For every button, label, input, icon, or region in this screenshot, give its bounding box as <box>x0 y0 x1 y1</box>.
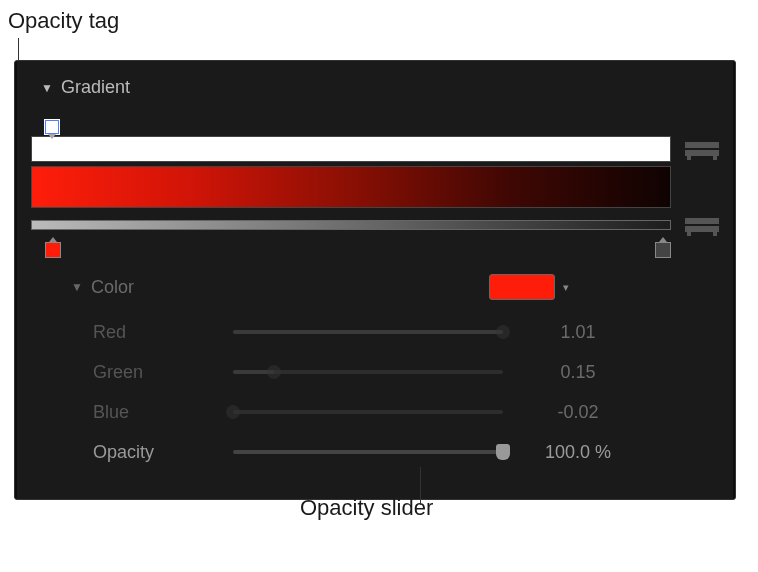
opacity-value[interactable]: 100.0 % <box>503 442 653 463</box>
disclosure-triangle-icon[interactable]: ▼ <box>71 280 83 294</box>
opacity-slider[interactable] <box>233 442 503 462</box>
green-value[interactable]: 0.15 <box>503 362 653 383</box>
annotation-opacity-tag: Opacity tag <box>8 8 119 34</box>
gradient-section-header[interactable]: ▼ Gradient <box>41 77 719 98</box>
red-slider[interactable] <box>233 322 503 342</box>
opacity-gradient-row <box>31 136 719 162</box>
red-value[interactable]: 1.01 <box>503 322 653 343</box>
green-label: Green <box>93 362 193 383</box>
inspector-panel-wrap: ▼ Gradient ▼ Color <box>14 60 736 500</box>
gradient-color-stop-right[interactable] <box>655 242 671 258</box>
opacity-row: Opacity 100.0 % <box>93 432 719 472</box>
opacity-gradient-bar[interactable] <box>31 136 671 162</box>
color-label: Color <box>91 277 134 298</box>
color-section: ▼ Color ▾ Red 1.01 Green <box>71 274 719 472</box>
disclosure-triangle-icon[interactable]: ▼ <box>41 81 53 95</box>
color-stops-edit-icon[interactable] <box>685 212 719 238</box>
red-label: Red <box>93 322 193 343</box>
distribution-row <box>31 212 719 238</box>
red-row: Red 1.01 <box>93 312 719 352</box>
opacity-label: Opacity <box>93 442 193 463</box>
color-section-header[interactable]: ▼ Color ▾ <box>71 274 719 300</box>
opacity-stops-edit-icon[interactable] <box>685 136 719 162</box>
blue-slider[interactable] <box>233 402 503 422</box>
distribution-bar[interactable] <box>31 220 671 230</box>
color-gradient-row <box>31 166 719 208</box>
color-gradient-bar[interactable] <box>31 166 671 208</box>
inspector-panel: ▼ Gradient ▼ Color <box>17 61 733 499</box>
annotation-opacity-slider: Opacity slider <box>300 495 433 521</box>
color-swatch[interactable] <box>489 274 555 300</box>
green-row: Green 0.15 <box>93 352 719 392</box>
blue-row: Blue -0.02 <box>93 392 719 432</box>
gradient-color-stop-left[interactable] <box>45 242 61 258</box>
color-tags-row <box>31 242 719 258</box>
green-slider[interactable] <box>233 362 503 382</box>
opacity-tag[interactable] <box>45 120 59 134</box>
chevron-down-icon[interactable]: ▾ <box>563 281 569 294</box>
blue-label: Blue <box>93 402 193 423</box>
blue-value[interactable]: -0.02 <box>503 402 653 423</box>
section-title: Gradient <box>61 77 130 98</box>
